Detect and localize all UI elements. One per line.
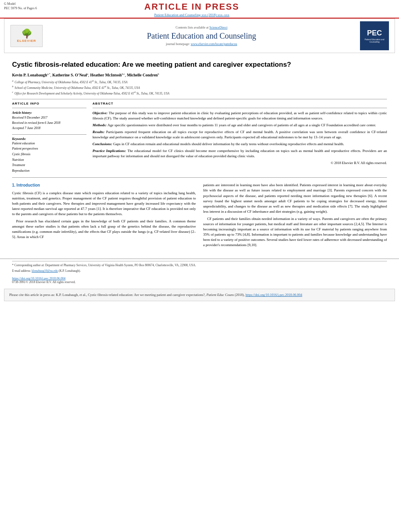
article-info-col: ARTICLE INFO Article history: Received 9… (12, 102, 86, 174)
results-label: Results: (93, 130, 106, 134)
homepage-line: journal homepage: www.elsevier.com/locat… (49, 42, 354, 46)
doi-link[interactable]: https://doi.org/10.1016/j.pec.2018.06.00… (12, 277, 66, 280)
citation-text: Please cite this article in press as: K.… (9, 293, 245, 297)
body-section: 1. Introduction Cystic fibrosis (CF) is … (12, 183, 387, 250)
practice-text: The educational model for CF clinics sho… (93, 149, 387, 158)
intro-p2: Prior research has elucidated certain ga… (12, 219, 196, 240)
contents-line: Contents lists available at ScienceDirec… (49, 26, 354, 29)
elsevier-logo-container: 🌳 ELSEVIER (8, 25, 45, 47)
kw-6: Reproduction (12, 168, 86, 174)
elsevier-logo: 🌳 ELSEVIER (10, 25, 43, 47)
pec-subtitle: Patient Education and Counseling (361, 38, 388, 43)
banner-center: ARTICLE IN PRESS Patient Education and C… (37, 2, 347, 17)
footnote-divider (12, 261, 387, 261)
accepted-date: Accepted 7 June 2018 (12, 126, 86, 131)
pec-logo-container: PEC Patient Education and Counseling (358, 21, 391, 50)
body-col-right: patients are interested in learning more… (203, 183, 387, 250)
homepage-prefix: journal homepage: (166, 42, 191, 46)
page-wrapper: G Model PEC 5979 No. of Pages 6 ARTICLE … (0, 0, 399, 532)
methods-label: Methods: (93, 123, 107, 127)
author-1: Kevin P. Lonabaugh (12, 73, 47, 77)
journal-header: 🌳 ELSEVIER Contents lists available at S… (4, 18, 395, 53)
journal-title-center: Contents lists available at ScienceDirec… (45, 26, 358, 46)
journal-ref: Patient Education and Counseling xxx (20… (37, 13, 347, 17)
affil-2: bSchool of Community Medicine, Universit… (12, 84, 387, 90)
citation-box: Please cite this article in press as: K.… (4, 289, 395, 301)
keywords-section: Keywords: Patient education Patient pers… (12, 137, 86, 174)
elsevier-wordmark: ELSEVIER (17, 39, 36, 43)
body-two-col: 1. Introduction Cystic fibrosis (CF) is … (12, 183, 387, 250)
pec-label: PEC 5979 No. of Pages 6 (4, 6, 37, 10)
footnote-text: * Corresponding author at: Department of… (12, 263, 387, 267)
abstract-methods: Methods: Age specific questionnaires wer… (93, 123, 387, 128)
article-title: Cystic fibrosis-related education: Are w… (12, 60, 387, 69)
email-link[interactable]: klonabaug10@su.edu (32, 269, 58, 273)
journal-main-title: Patient Education and Counseling (49, 31, 354, 41)
sciencedirect-link[interactable]: ScienceDirect (210, 26, 228, 29)
article-history: Article history: Received 9 December 201… (12, 111, 86, 131)
practice-label: Practice Implications: (93, 149, 128, 153)
model-info: G Model PEC 5979 No. of Pages 6 (4, 2, 37, 10)
affil-1-text: College of Pharmacy, University of Oklah… (14, 79, 128, 84)
tree-icon: 🌳 (21, 29, 32, 38)
results-text: Participants reported frequent education… (93, 130, 387, 139)
top-banner: G Model PEC 5979 No. of Pages 6 ARTICLE … (0, 0, 399, 18)
article-in-press-title: ARTICLE IN PRESS (37, 2, 347, 12)
divider-1 (12, 99, 387, 99)
affiliations: aCollege of Pharmacy, University of Okla… (12, 79, 387, 95)
pec-acronym: PEC (367, 29, 382, 37)
intro-p3: patients are interested in learning more… (203, 183, 387, 214)
abstract-practice: Practice Implications: The educational m… (93, 148, 387, 159)
article-content: Cystic fibrosis-related education: Are w… (0, 53, 399, 254)
received-date: Received 9 December 2017 (12, 115, 86, 121)
kw-2: Patient perspectives (12, 146, 86, 152)
author-2: Katherine S. O'Neal (52, 73, 87, 77)
abstract-text: Objective: The purpose of this study was… (93, 111, 387, 166)
author-3: Heather McIntosh (90, 73, 121, 77)
affil-1: aCollege of Pharmacy, University of Okla… (12, 79, 387, 84)
g-model-label: G Model (4, 2, 37, 6)
intro-p4: CF patients and their families obtain ne… (203, 216, 387, 248)
intro-p1: Cystic fibrosis (CF) is a complex diseas… (12, 191, 196, 217)
pec-logo: PEC Patient Education and Counseling (360, 21, 389, 50)
article-info-label: ARTICLE INFO (12, 102, 86, 105)
revised-date: Received in revised form 6 June 2018 (12, 121, 86, 126)
intro-heading: 1. Introduction (12, 183, 196, 189)
abstract-objective: Objective: The purpose of this study was… (93, 111, 387, 121)
author-4: Michelle Condren (127, 73, 158, 77)
divider-body (12, 177, 387, 178)
objective-label: Objective: (93, 111, 109, 115)
divider-info (12, 108, 86, 108)
info-abstract-row: ARTICLE INFO Article history: Received 9… (12, 102, 387, 174)
copyright-notice: © 2018 Elsevier B.V. All rights reserved… (93, 160, 387, 165)
divider-abstract (93, 108, 387, 108)
kw-5: Treatment (12, 162, 86, 168)
affil-3: cOffice for Research Development and Sch… (12, 90, 387, 96)
conclusions-label: Conclusions: (93, 142, 113, 146)
homepage-link[interactable]: www.elsevier.com/locate/pateducou (191, 42, 237, 46)
conclusions-text: Gaps in CF education remain and educatio… (113, 142, 344, 146)
body-col-left: 1. Introduction Cystic fibrosis (CF) is … (12, 183, 196, 250)
affil-2-text: School of Community Medicine, University… (14, 84, 140, 90)
authors-line: Kevin P. Lonabaugha,*, Katherine S. O'Ne… (12, 72, 387, 77)
kw-3: Cystic fibrosis (12, 152, 86, 157)
kw-1: Patient education (12, 141, 86, 146)
objective-text: The purpose of this study was to improve… (93, 111, 387, 120)
doi-section: https://doi.org/10.1016/j.pec.2018.06.00… (0, 274, 399, 285)
footnote-area: * Corresponding author at: Department of… (0, 259, 399, 273)
abstract-col: ABSTRACT Objective: The purpose of this … (93, 102, 387, 174)
affil-3-text: Office for Research Development and Scho… (14, 90, 169, 96)
contents-prefix: Contents lists available at (176, 26, 210, 29)
keywords-label: Keywords: (12, 137, 26, 141)
history-label: Article history: (12, 111, 32, 115)
methods-text: Age specific questionnaires were distrib… (107, 123, 376, 127)
abstract-conclusions: Conclusions: Gaps in CF education remain… (93, 142, 387, 147)
email-footnote: E-mail address: klonabaug10@su.edu (K.P.… (12, 269, 387, 273)
divider-kw (12, 134, 86, 135)
issn-line: 0738-3991/© 2018 Elsevier B.V. All right… (12, 280, 387, 284)
abstract-label: ABSTRACT (93, 102, 387, 105)
kw-4: Nutrition (12, 157, 86, 163)
citation-doi-link[interactable]: https://doi.org/10.1016/j.pec.2018.06.00… (245, 293, 302, 297)
abstract-results: Results: Participants reported frequent … (93, 129, 387, 140)
